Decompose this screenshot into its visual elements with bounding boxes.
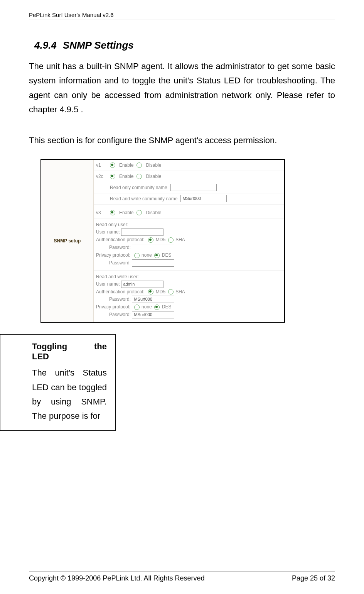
radio-rw-sha[interactable] [168, 289, 174, 294]
radio-v2c-enable[interactable] [110, 174, 115, 179]
radio-v1-enable[interactable] [110, 162, 115, 168]
ro-auth-label: Authentication protocol: [96, 237, 144, 242]
radio-ro-none[interactable] [134, 253, 140, 258]
ro-auth-pw-input[interactable] [132, 244, 174, 251]
footer-page-prefix: Page [292, 574, 310, 582]
radio-ro-des[interactable] [154, 253, 160, 258]
rw-community-label: Read and write community name [110, 196, 177, 201]
ro-priv-pw-label: Password: [109, 260, 131, 265]
footer-page-total: 32 [327, 574, 335, 582]
label-rw-sha: SHA [175, 289, 185, 294]
snmp-v1-label: v1 [96, 162, 107, 168]
radio-v1-disable[interactable] [136, 162, 142, 168]
radio-ro-sha[interactable] [168, 237, 174, 243]
ro-community-row: Read only community name [94, 182, 284, 193]
snmp-sidebar: SNMP setup [41, 160, 94, 322]
label-rw-none: none [142, 304, 152, 310]
footer-page: Page 25 of 32 [292, 574, 335, 582]
rw-auth-pw-input[interactable]: MSurf000 [132, 296, 174, 303]
rw-username-input[interactable]: admin [121, 281, 163, 288]
label-rw-des: DES [162, 304, 172, 310]
callout-box: Toggling the LED The unit's Status LED c… [0, 334, 116, 431]
radio-v2c-disable[interactable] [136, 174, 142, 179]
ro-username-input[interactable] [121, 228, 163, 236]
ro-user-header: Read only user: [96, 222, 128, 227]
radio-ro-md5[interactable] [148, 237, 153, 243]
rw-priv-pw-input[interactable]: MSurf000 [132, 311, 174, 318]
rw-priv-pw-label: Password: [109, 312, 131, 317]
ro-priv-label: Privacy protocol: [96, 252, 130, 258]
label-v3-enable: Enable [119, 210, 133, 215]
label-ro-des: DES [162, 252, 172, 258]
label-v3-disable: Disable [146, 210, 161, 215]
rw-username-label: User name: [96, 281, 120, 286]
rw-priv-label: Privacy protocol: [96, 304, 130, 310]
snmp-sidebar-label: SNMP setup [41, 238, 93, 244]
snmp-v3-row: v3 Enable Disable [94, 207, 284, 218]
callout-title-word-1: Toggling [32, 342, 67, 352]
radio-rw-md5[interactable] [148, 289, 153, 294]
ro-community-input[interactable] [170, 184, 217, 191]
ro-priv-pw-input[interactable] [132, 259, 174, 267]
section-heading: 4.9.4SNMP Settings [34, 39, 335, 51]
rw-auth-label: Authentication protocol: [96, 289, 144, 294]
snmp-setup-screenshot: SNMP setup v1 Enable Disable v2c Enable … [40, 159, 285, 323]
snmp-v1-row: v1 Enable Disable [94, 160, 284, 171]
label-ro-md5: MD5 [156, 237, 165, 242]
paragraph-2: This section is for configure the SNMP a… [29, 133, 335, 147]
callout-title: Toggling the LED [32, 342, 107, 362]
rw-community-row: Read and write community name MSurf000 [94, 193, 284, 205]
callout-title-word-2: the [94, 342, 107, 352]
radio-v3-enable[interactable] [110, 210, 115, 215]
label-v2c-enable: Enable [119, 174, 133, 179]
rw-user-block: Read and write user: User name: admin Au… [94, 271, 284, 322]
label-ro-sha: SHA [175, 237, 185, 242]
rw-community-input[interactable]: MSurf000 [180, 195, 227, 202]
snmp-v2c-label: v2c [96, 174, 107, 179]
ro-user-block: Read only user: User name: Authenticatio… [94, 218, 284, 271]
section-number: 4.9.4 [34, 39, 57, 51]
footer-copyright: Copyright © 1999-2006 PePLink Ltd. All R… [29, 574, 205, 582]
section-title: SNMP Settings [63, 39, 134, 51]
footer-page-current: 25 [310, 574, 318, 582]
callout-body: The unit's Status LED can be toggled by … [32, 366, 107, 423]
label-v2c-disable: Disable [146, 174, 161, 179]
radio-rw-none[interactable] [134, 305, 140, 310]
label-ro-none: none [142, 252, 152, 258]
label-v1-disable: Disable [146, 162, 161, 168]
header-title: PePLink Surf User's Manual v2.6 [29, 12, 114, 18]
footer-page-mid: of [318, 574, 327, 582]
snmp-v2c-row: v2c Enable Disable [94, 171, 284, 182]
ro-community-label: Read only community name [110, 185, 167, 190]
radio-rw-des[interactable] [154, 305, 160, 310]
paragraph-1: The unit has a built-in SNMP agent. It a… [29, 59, 335, 117]
label-rw-md5: MD5 [156, 289, 165, 294]
radio-v3-disable[interactable] [136, 210, 142, 215]
snmp-v3-label: v3 [96, 210, 107, 215]
ro-auth-pw-label: Password: [109, 244, 131, 250]
ro-username-label: User name: [96, 229, 120, 235]
rw-auth-pw-label: Password: [109, 296, 131, 302]
header-divider [29, 20, 335, 20]
rw-user-header: Read and write user: [96, 274, 139, 279]
footer: Copyright © 1999-2006 PePLink Ltd. All R… [29, 572, 335, 582]
label-v1-enable: Enable [119, 162, 133, 168]
callout-title-word-3: LED [32, 352, 107, 362]
